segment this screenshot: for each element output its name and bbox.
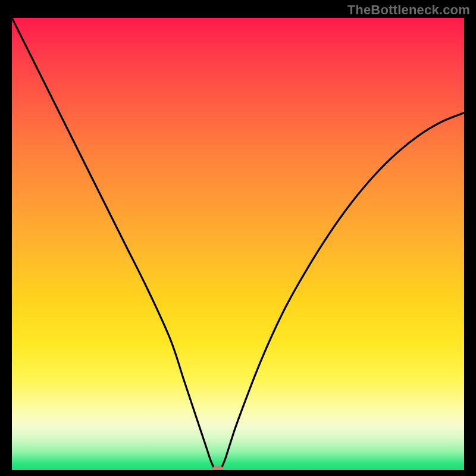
optimal-point-marker: [212, 466, 224, 470]
watermark-text: TheBottleneck.com: [347, 2, 470, 18]
plot-area: [12, 18, 464, 470]
chart-frame: TheBottleneck.com: [0, 0, 476, 476]
bottleneck-curve: [12, 18, 464, 470]
